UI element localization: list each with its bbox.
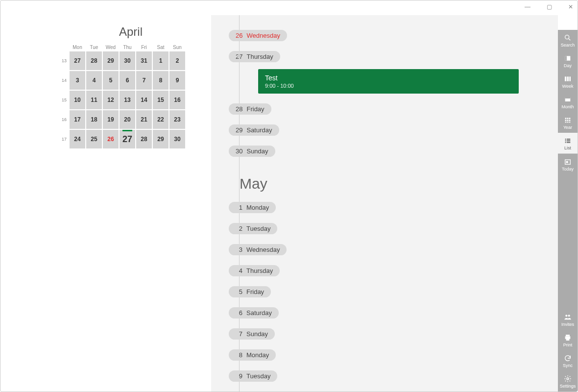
mini-day-cell[interactable]: 18 <box>86 110 102 129</box>
mini-day-cell[interactable]: 8 <box>152 71 169 90</box>
agenda-day-pill[interactable]: 6Saturday <box>229 307 279 318</box>
list-icon <box>564 137 572 145</box>
mini-month-title: April <box>69 25 193 39</box>
mini-day-cell[interactable]: 30 <box>119 51 136 71</box>
mini-day-cell[interactable]: 9 <box>169 71 186 90</box>
svg-rect-20 <box>565 140 566 141</box>
mini-day-cell[interactable]: 19 <box>102 110 119 129</box>
event-time: 9:00 - 10:00 <box>265 83 512 89</box>
mini-day-cell[interactable]: 7 <box>136 71 152 90</box>
mini-calendar-pane: April MonTueWedThuFriSatSun 132728293031… <box>0 15 211 392</box>
sidebar-week-label: Week <box>562 84 574 89</box>
agenda-day-pill[interactable]: 8Monday <box>229 349 276 361</box>
svg-rect-3 <box>565 56 567 60</box>
window-minimize[interactable]: — <box>523 3 532 10</box>
svg-rect-30 <box>566 338 570 341</box>
agenda-day-pill[interactable]: 5Friday <box>229 286 271 297</box>
mini-day-cell[interactable]: 23 <box>169 110 186 129</box>
mini-day-cell[interactable]: 20 <box>119 110 136 129</box>
sidebar-week[interactable]: Week <box>558 71 578 92</box>
agenda-day-pill[interactable]: 26Wednesday <box>229 30 287 41</box>
sidebar-print[interactable]: Print <box>558 330 578 350</box>
mini-day-cell[interactable]: 5 <box>102 71 119 90</box>
svg-rect-12 <box>565 120 567 121</box>
mini-day-cell[interactable]: 28 <box>136 129 152 149</box>
mini-day-cell[interactable]: 2 <box>169 51 186 71</box>
mini-day-cell[interactable]: 30 <box>169 129 186 149</box>
sidebar-sync[interactable]: Sync <box>558 350 578 371</box>
mini-day-cell[interactable]: 29 <box>102 51 119 71</box>
mini-day-cell[interactable]: 3 <box>69 71 86 90</box>
window-close[interactable]: ✕ <box>566 3 576 10</box>
agenda-day-pill[interactable]: 3Wednesday <box>229 244 287 255</box>
sidebar-today[interactable]: Today <box>558 154 578 174</box>
agenda-pane[interactable]: 26Wednesday27ThursdayTest9:00 - 10:0028F… <box>211 15 558 392</box>
mini-day-cell[interactable]: 21 <box>136 110 152 129</box>
agenda-day-pill[interactable]: 7Sunday <box>229 328 275 340</box>
mini-day-cell[interactable]: 17 <box>69 110 86 129</box>
invites-icon <box>564 313 572 321</box>
svg-rect-22 <box>565 142 566 143</box>
agenda-day-pill[interactable]: 29Saturday <box>229 124 279 136</box>
agenda-day-pill[interactable]: 4Thursday <box>229 265 280 276</box>
mini-dow: Mon <box>69 44 86 51</box>
agenda-day-pill[interactable]: 28Friday <box>229 103 271 115</box>
sidebar-month-label: Month <box>561 104 574 109</box>
mini-day-cell[interactable]: 22 <box>152 110 169 129</box>
sidebar-day[interactable]: Day <box>558 50 578 71</box>
sidebar-month[interactable]: Month <box>558 92 578 112</box>
mini-day-cell[interactable]: 28 <box>86 51 102 71</box>
svg-rect-23 <box>567 142 570 143</box>
sidebar-search-label: Search <box>561 43 575 48</box>
mini-day-cell[interactable]: 12 <box>102 90 119 110</box>
window-maximize[interactable]: ▢ <box>544 3 554 10</box>
mini-day-cell[interactable]: 27 <box>69 51 86 71</box>
sidebar: Search Day Week Month Year List Today In… <box>558 30 578 392</box>
sidebar-sync-label: Sync <box>563 363 573 368</box>
agenda-month-header: May <box>240 175 538 192</box>
agenda-day-pill[interactable]: 27Thursday <box>229 51 280 62</box>
sidebar-year[interactable]: Year <box>558 112 578 133</box>
sidebar-year-label: Year <box>563 125 572 130</box>
week-number: 15 <box>59 90 69 110</box>
svg-rect-17 <box>569 122 571 122</box>
window-titlebar: — ▢ ✕ <box>0 0 578 13</box>
sidebar-search[interactable]: Search <box>558 30 578 50</box>
mini-day-cell[interactable]: 25 <box>86 129 102 149</box>
sidebar-invites[interactable]: Invites <box>558 309 578 330</box>
agenda-day-pill[interactable]: 9Tuesday <box>229 370 277 382</box>
svg-point-1 <box>565 35 569 39</box>
mini-day-cell[interactable]: 1 <box>152 51 169 71</box>
mini-day-cell[interactable]: 26 <box>102 129 119 149</box>
mini-day-cell[interactable]: 24 <box>69 129 86 149</box>
agenda-day-pill[interactable]: 2Tuesday <box>229 223 277 234</box>
svg-rect-4 <box>565 76 566 81</box>
agenda-day-pill[interactable]: 1Monday <box>229 202 276 213</box>
mini-day-cell[interactable]: 11 <box>86 90 102 110</box>
event-card[interactable]: Test9:00 - 10:00 <box>258 69 519 94</box>
mini-day-cell[interactable]: 6 <box>119 71 136 90</box>
mini-day-cell[interactable]: 10 <box>69 90 86 110</box>
mini-day-cell[interactable]: 27 <box>119 129 136 149</box>
mini-dow: Tue <box>86 44 102 51</box>
settings-icon <box>564 375 572 383</box>
mini-day-cell[interactable]: 16 <box>169 90 186 110</box>
mini-day-cell[interactable]: 29 <box>152 129 169 149</box>
svg-rect-6 <box>569 76 571 81</box>
svg-rect-16 <box>567 122 569 122</box>
mini-day-cell[interactable]: 31 <box>136 51 152 71</box>
agenda-day-pill[interactable]: 30Sunday <box>229 146 275 157</box>
svg-rect-19 <box>567 139 570 140</box>
svg-rect-5 <box>567 76 569 81</box>
mini-day-cell[interactable]: 14 <box>136 90 152 110</box>
sidebar-settings[interactable]: Settings <box>558 371 578 392</box>
event-title: Test <box>265 74 512 82</box>
sidebar-day-label: Day <box>564 63 572 68</box>
mini-dow: Thu <box>119 44 136 51</box>
week-number: 14 <box>59 71 69 90</box>
sidebar-list[interactable]: List <box>558 133 578 153</box>
mini-day-cell[interactable]: 4 <box>86 71 102 90</box>
week-number: 16 <box>59 110 69 129</box>
mini-day-cell[interactable]: 13 <box>119 90 136 110</box>
mini-day-cell[interactable]: 15 <box>152 90 169 110</box>
